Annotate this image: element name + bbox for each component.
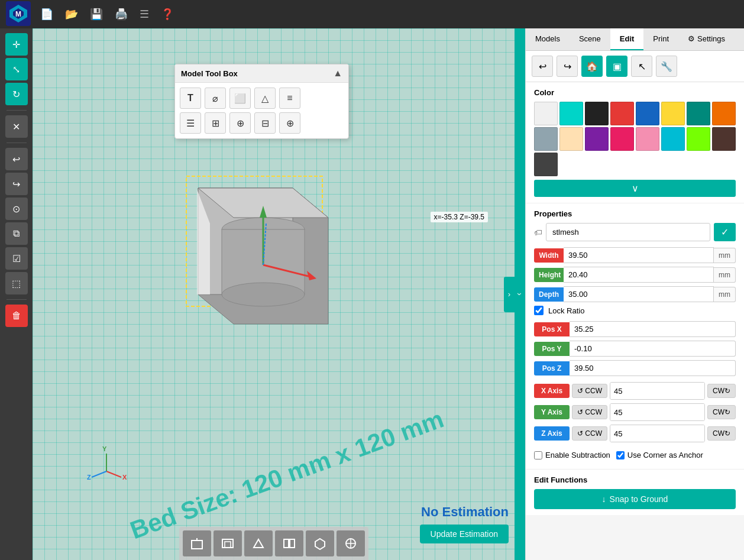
y-axis-value-input[interactable] (610, 404, 705, 420)
color-swatch-blue[interactable] (636, 102, 659, 125)
new-file-icon[interactable]: 📄 (38, 5, 56, 23)
list-icon[interactable]: ☰ (137, 5, 151, 23)
save-file-icon[interactable]: 💾 (88, 5, 105, 23)
redo-btn[interactable]: ↪ (5, 173, 28, 195)
bt-btn-5[interactable] (306, 530, 334, 556)
color-swatch-brown[interactable] (712, 127, 736, 151)
x-axis-ccw-btn[interactable]: ↺ CCW (572, 384, 607, 398)
color-swatch-lightpink[interactable] (636, 127, 659, 151)
color-swatch-red[interactable] (610, 102, 634, 125)
svg-text:Y: Y (102, 445, 107, 452)
use-corner-anchor-item: Use Corner as Anchor (616, 451, 703, 459)
color-swatch-peach[interactable] (559, 127, 583, 151)
y-axis-cw-btn[interactable]: CW↻ (707, 405, 736, 419)
snap-to-ground-btn[interactable]: ↓ Snap to Ground (534, 489, 736, 509)
home-icon-btn[interactable]: 🏠 (581, 56, 603, 77)
color-swatch-purple[interactable] (585, 127, 609, 151)
color-swatch-pink[interactable] (610, 127, 634, 151)
model-toolbox-close-btn[interactable]: ▲ (333, 68, 342, 79)
tab-settings[interactable]: ⚙ Settings (678, 28, 735, 50)
width-row: Width mm (534, 247, 736, 263)
color-expand-btn[interactable]: ∨ (534, 180, 736, 197)
bt-btn-2[interactable] (214, 530, 242, 556)
color-swatch-orange[interactable] (712, 102, 736, 125)
tb-cube-btn[interactable]: ⬜ (229, 88, 251, 109)
svg-rect-29 (290, 539, 295, 548)
color-swatch-white[interactable] (534, 102, 558, 125)
side-collapse-btn[interactable]: › (504, 277, 515, 312)
y-axis-ccw-btn[interactable]: ↺ CCW (572, 405, 607, 419)
color-swatch-cyan[interactable] (559, 102, 583, 125)
delete-btn[interactable]: 🗑 (5, 305, 28, 327)
tb-layers-btn[interactable]: ≡ (279, 88, 300, 109)
tab-scene[interactable]: Scene (570, 28, 610, 50)
panel-collapse[interactable]: › (515, 28, 525, 560)
print-icon[interactable]: 🖨️ (112, 5, 130, 23)
layers-icon-btn[interactable]: ▣ (606, 56, 627, 77)
app-logo: M (6, 1, 31, 28)
pointer-icon-btn[interactable]: ↖ (631, 56, 652, 77)
bt-btn-1[interactable] (183, 530, 211, 556)
tab-print[interactable]: Print (643, 28, 678, 50)
x-axis-cw-btn[interactable]: CW↻ (707, 384, 736, 398)
update-estimation-btn[interactable]: Update Estimation (420, 525, 509, 543)
rotate-tool-btn[interactable]: ↻ (5, 83, 28, 105)
model-name-input[interactable] (546, 223, 710, 241)
bt-btn-3[interactable] (244, 530, 273, 556)
width-label: Width (534, 248, 564, 263)
tb-list-btn[interactable]: ☰ (180, 112, 201, 134)
lock-ratio-checkbox[interactable] (534, 306, 544, 315)
help-icon[interactable]: ❓ (158, 5, 176, 23)
dotted-select-btn[interactable]: ⬚ (5, 272, 28, 294)
tb-grid-btn[interactable]: ⊞ (205, 112, 226, 134)
wrench-icon-btn[interactable]: 🔧 (656, 56, 677, 77)
color-swatch-lime[interactable] (687, 127, 710, 151)
bt-btn-4[interactable] (275, 530, 303, 556)
copy-btn[interactable]: ⧉ (5, 222, 28, 245)
tab-edit[interactable]: Edit (610, 28, 644, 50)
z-axis-ccw-btn[interactable]: ↺ CCW (572, 426, 607, 441)
tb-cylinder-btn[interactable]: ⌀ (205, 88, 226, 109)
svg-marker-27 (254, 539, 263, 548)
color-swatch-teal[interactable] (687, 102, 710, 125)
redo-icon-btn[interactable]: ↪ (557, 56, 578, 77)
undo-btn[interactable]: ↩ (5, 148, 28, 170)
axis-indicator: X Y Z (86, 442, 127, 483)
confirm-name-btn[interactable]: ✓ (714, 223, 736, 241)
undo-icon-btn[interactable]: ↩ (532, 56, 553, 77)
tb-text-btn[interactable]: T (180, 88, 201, 109)
model-toolbox-header[interactable]: Model Tool Box ▲ (175, 64, 348, 83)
enable-subtraction-checkbox[interactable] (534, 451, 542, 459)
pos-z-input[interactable] (570, 360, 736, 376)
tb-merge-btn[interactable]: ⊕ (229, 112, 251, 134)
z-axis-value-input[interactable] (610, 425, 705, 442)
open-file-icon[interactable]: 📂 (63, 5, 80, 23)
bt-btn-6[interactable] (337, 530, 365, 556)
height-input[interactable] (564, 267, 714, 283)
move-tool-btn[interactable]: ✛ (5, 33, 28, 56)
viewport[interactable]: X Y Z (33, 28, 515, 560)
tab-models[interactable]: Models (526, 28, 570, 50)
select-btn[interactable]: ⊙ (5, 198, 28, 220)
z-axis-cw-btn[interactable]: CW↻ (707, 426, 736, 441)
close-tool-btn[interactable]: ✕ (5, 115, 28, 138)
coord-text: x=-35.3 Z=-39.5 (434, 213, 484, 221)
color-swatch-yellow[interactable] (661, 102, 685, 125)
pos-y-input[interactable] (570, 341, 736, 357)
color-swatch-gray[interactable] (534, 127, 558, 151)
check-btn[interactable]: ☑ (5, 247, 28, 270)
pos-x-input[interactable] (570, 321, 736, 337)
use-corner-anchor-checkbox[interactable] (616, 451, 625, 459)
x-axis-value-input[interactable] (610, 383, 705, 399)
tb-transform-btn[interactable]: ⊕ (279, 112, 300, 134)
scale-tool-btn[interactable]: ⤡ (5, 58, 28, 80)
depth-input[interactable] (564, 286, 714, 302)
color-swatch-darkgray[interactable] (534, 153, 558, 176)
width-input[interactable] (564, 247, 714, 263)
tb-ruler-btn[interactable]: ⊟ (254, 112, 276, 134)
model-toolbox-body: T ⌀ ⬜ △ ≡ ☰ ⊞ ⊕ ⊟ ⊕ (175, 83, 348, 138)
tb-prism-btn[interactable]: △ (254, 88, 276, 109)
color-swatch-black[interactable] (585, 102, 609, 125)
z-axis-val-wrap: ▲ ▼ (610, 425, 705, 442)
color-swatch-skyblue[interactable] (661, 127, 685, 151)
